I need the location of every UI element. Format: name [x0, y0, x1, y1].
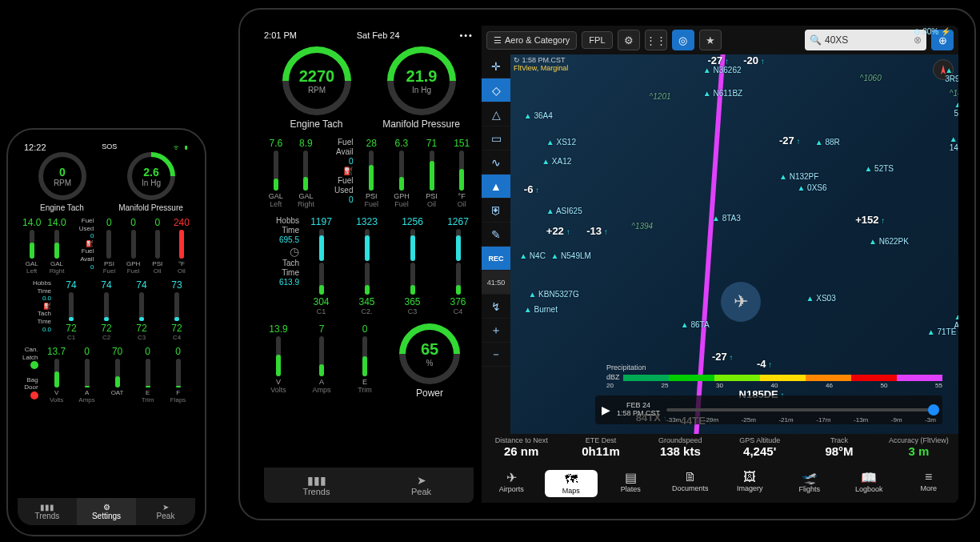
fuel-left: 7.6 GAL Left [264, 138, 288, 208]
search-icon: 🔍 [810, 34, 822, 46]
sliders-icon[interactable]: ⋮⋮ [645, 30, 667, 50]
cylinder-row: Hobbs Time 695.5 ◷ Tach Time 613.9 1197 … [264, 216, 474, 315]
gear-icon[interactable]: ⚙ [618, 30, 640, 50]
gear-icon: ⚙ [77, 503, 136, 512]
ipad-statusbar: 2:01 PM Sat Feb 24 ••• [264, 30, 474, 42]
fuel-row: 7.6 GAL Left 8.9 GAL Right Fuel Avail 0 … [264, 138, 474, 208]
canopy-led [30, 361, 38, 369]
tool-zoom-out[interactable]: － [482, 343, 510, 367]
tool-path[interactable]: ↯ [482, 295, 510, 319]
map-topbar: ☰Aero & Category FPL ⚙ ⋮⋮ ◎ ★ 🔍 40XS ⊗ ⊕… [482, 26, 958, 54]
oil-psi: 71 PSI Oil [420, 138, 444, 208]
battery: ⊙ 80% ⚡ [914, 27, 950, 36]
search-input[interactable]: 🔍 40XS ⊗ [805, 30, 926, 50]
iphone-elec-E: 0 E Trim [136, 346, 160, 403]
tool-fence[interactable]: ▭ [482, 126, 510, 151]
tool-zoom-in[interactable]: ＋ [482, 319, 510, 343]
iphone-device: 12:22 SOS ᯤ ▮ 0 RPM Engine Tach 2.6 In H… [6, 128, 206, 536]
layers-icon: ☰ [494, 35, 502, 46]
iphone-statusbar: 12:22 SOS ᯤ ▮ [18, 139, 195, 151]
elec-row: 13.9 V Volts 7 A Amps 0 E [264, 323, 474, 399]
engine-tabbar: ▮▮▮Trends ➤Peak [264, 468, 474, 503]
tab-trends[interactable]: ▮▮▮Trends [264, 468, 369, 503]
iphone-elec-V: 13.7 V Volts [45, 346, 69, 403]
play-icon[interactable]: ▶ [602, 403, 610, 416]
oil-temp: 151 °F Oil [450, 138, 474, 208]
ipad-screen: 2:01 PM Sat Feb 24 ••• 2270 RPM Engine T… [256, 26, 958, 503]
tool-record[interactable]: REC [482, 247, 510, 271]
status-date: Sat Feb 24 [357, 30, 400, 42]
iphone-tabbar: ▮▮▮Trends ⚙Settings ➤Peak [18, 498, 195, 525]
search-value: 40XS [825, 34, 848, 46]
strip-ETE Dest: ETE Dest0h11m [561, 434, 640, 466]
arrow-icon: ➤ [369, 474, 474, 487]
iphone-elec-A: 0 A Amps [75, 346, 99, 403]
nav-Airports[interactable]: ✈Airports [482, 466, 542, 503]
cyl-C4: 1267 376 C4 [444, 216, 473, 315]
strip-Accuracy (FltView): Accuracy (FltView)3 m [879, 434, 958, 466]
status-menu-dots[interactable]: ••• [459, 30, 474, 42]
fuel-pump-icon: ⛽ [73, 240, 94, 248]
tool-route[interactable]: ◇ [482, 78, 510, 102]
nav-Imagery[interactable]: 🖼Imagery [720, 466, 780, 503]
layers-chip[interactable]: ☰Aero & Category [486, 31, 577, 50]
iphone-screen: 12:22 SOS ᯤ ▮ 0 RPM Engine Tach 2.6 In H… [18, 139, 195, 525]
tab-peak[interactable]: ➤Peak [136, 498, 195, 525]
nav-Maps[interactable]: 🗺Maps [542, 466, 602, 503]
iphone-cyl-row: Hobbs Time0.0 ⛽ Tach Time0.0 74 72 C1 74… [18, 279, 195, 341]
timeline[interactable]: ▶ FEB 24 1:58 PM CST -33m-29m-25m-21m-17… [595, 395, 942, 424]
iphone-time: 12:22 [24, 143, 46, 151]
clear-icon[interactable]: ⊗ [914, 34, 922, 46]
nav-Logbook[interactable]: 📖Logbook [839, 466, 899, 503]
tool-shield[interactable]: ⛨ [482, 199, 510, 223]
nav-More[interactable]: ≡More [899, 466, 959, 503]
cyl-C2.: 1323 345 C2. [353, 216, 382, 315]
ipad-device: 2:01 PM Sat Feb 24 ••• 2270 RPM Engine T… [238, 8, 976, 520]
trim: 0 E Trim [350, 323, 379, 394]
iphone-elec-F: 0 F Flaps [166, 346, 190, 403]
rpm-value: 2270 [298, 67, 334, 86]
rpm-unit: RPM [307, 86, 325, 94]
fuel-avail-used: Fuel Avail 0 ⛽ Fuel Used 0 [324, 138, 353, 205]
iphone-cyl-1: 74 72 C2 [94, 279, 118, 341]
bagdoor-led [30, 391, 38, 399]
tool-triangle[interactable]: △ [482, 102, 510, 126]
precip-legend: Precipitation dBZ 20253040465055 [606, 359, 942, 389]
amps: 7 A Amps [307, 323, 336, 394]
tab-peak[interactable]: ➤Peak [369, 468, 474, 503]
nav-Plates[interactable]: ▤Plates [601, 466, 661, 503]
gauge-manifold: 21.9 In Hg Manifold Pressure [374, 46, 470, 130]
map-panel: ☰Aero & Category FPL ⚙ ⋮⋮ ◎ ★ 🔍 40XS ⊗ ⊕… [482, 26, 958, 503]
rpm-label: Engine Tach [269, 118, 365, 130]
gauge-rpm: 2270 RPM Engine Tach [269, 46, 365, 130]
cyl-C1: 1197 304 C1 [307, 216, 336, 315]
mode-icon[interactable]: ◎ [672, 30, 694, 50]
timeline-date: FEB 24 1:58 PM CST [617, 402, 660, 418]
iphone-cyl-2: 74 72 C3 [130, 279, 154, 341]
nav-Documents[interactable]: 🗎Documents [661, 466, 721, 503]
bottom-nav: ✈Airports🗺Maps▤Plates🗎Documents🖼Imagery🛫… [482, 466, 958, 503]
fpl-chip[interactable]: FPL [582, 31, 612, 49]
tab-trends[interactable]: ▮▮▮Trends [18, 498, 77, 525]
star-icon[interactable]: ★ [699, 30, 722, 50]
tool-pencil[interactable]: ✎ [482, 223, 510, 247]
map-canvas[interactable]: ↻ 1:58 PM.CST FltView, Marginal ✈ ▲ XS12… [510, 54, 958, 434]
arrow-icon: ➤ [136, 503, 195, 512]
tool-wave[interactable]: ∿ [482, 151, 510, 175]
iphone-gauge-manifold: 2.6 In Hg Manifold Pressure [111, 152, 191, 212]
tool-center[interactable]: ✛ [482, 54, 510, 78]
timeline-knob[interactable] [928, 404, 939, 416]
timeline-track[interactable]: -33m-29m-25m-21m-17m-13m-9m-3m [666, 408, 936, 412]
manifold-label: Manifold Pressure [374, 118, 470, 130]
tool-terrain[interactable]: ▲ [482, 175, 510, 199]
nav-Flights[interactable]: 🛫Flights [780, 466, 840, 503]
engine-panel: 2:01 PM Sat Feb 24 ••• 2270 RPM Engine T… [256, 26, 482, 503]
strip-Groundspeed: Groundspeed138 kts [641, 434, 720, 466]
iphone-elec-OAT: 70 OAT [106, 346, 130, 403]
data-strip: Distance to Next26 nmETE Dest0h11mGround… [482, 434, 958, 466]
cyl-C3: 1256 365 C3 [398, 216, 427, 315]
iphone-gauge-rpm: 0 RPM Engine Tach [22, 152, 102, 212]
wifi-icon: ᯤ ▮ [173, 143, 189, 151]
volts: 13.9 V Volts [264, 323, 293, 394]
tab-settings[interactable]: ⚙Settings [77, 498, 136, 525]
